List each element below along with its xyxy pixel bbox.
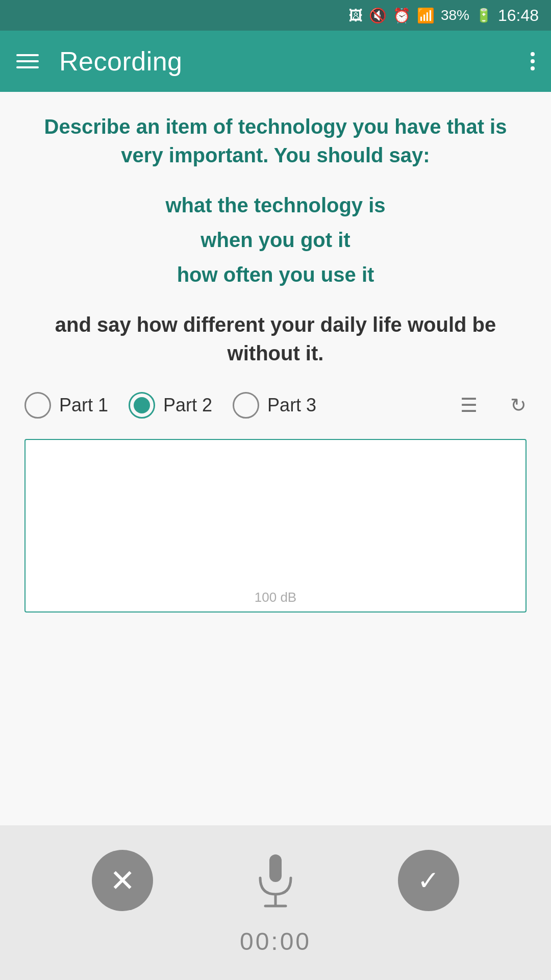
svg-rect-0: [269, 854, 282, 882]
refresh-icon[interactable]: ↻: [510, 394, 527, 416]
more-options-button[interactable]: [531, 52, 535, 70]
prompt-list-item-3: how often you use it: [24, 257, 527, 292]
part-2-radio[interactable]: [129, 392, 155, 419]
prompt-list: what the technology is when you got it h…: [24, 188, 527, 292]
part-3-radio[interactable]: [233, 392, 259, 419]
part-3-option[interactable]: Part 3: [233, 392, 316, 419]
mic-icon: [255, 852, 296, 909]
waveform-display: 100 dB: [24, 439, 527, 612]
prompt-list-item-1: what the technology is: [24, 188, 527, 223]
battery-text: 38%: [441, 7, 469, 23]
prompt-primary-text: Describe an item of technology you have …: [24, 112, 527, 169]
battery-icon: 🔋: [475, 8, 492, 23]
status-icons: 🖼 🔇 ⏰ 📶 38% 🔋 16:48: [348, 6, 539, 25]
gallery-icon: 🖼: [348, 7, 363, 24]
part-1-option[interactable]: Part 1: [24, 392, 108, 419]
menu-button[interactable]: [16, 54, 39, 68]
timer-display: 00:00: [240, 927, 311, 955]
controls-area: ✕ ✓ 00:00: [0, 825, 551, 980]
controls-row: ✕ ✓: [41, 850, 510, 911]
alarm-icon: ⏰: [393, 7, 411, 24]
part-1-radio[interactable]: [24, 392, 51, 419]
status-bar: 🖼 🔇 ⏰ 📶 38% 🔋 16:48: [0, 0, 551, 31]
cancel-icon: ✕: [110, 863, 135, 898]
waveform-db-label: 100 dB: [255, 590, 296, 605]
filter-icon[interactable]: ☰: [460, 394, 478, 416]
app-bar: Recording: [0, 31, 551, 92]
prompt-list-item-2: when you got it: [24, 223, 527, 257]
microphone-button[interactable]: [255, 852, 296, 909]
confirm-button[interactable]: ✓: [398, 850, 459, 911]
mute-icon: 🔇: [369, 7, 387, 24]
signal-icon: 📶: [417, 7, 435, 24]
status-time: 16:48: [498, 6, 539, 25]
app-title: Recording: [59, 46, 531, 77]
part-2-option[interactable]: Part 2: [129, 392, 212, 419]
part-1-label: Part 1: [59, 395, 108, 416]
prompt-secondary-text: and say how different your daily life wo…: [24, 310, 527, 368]
part-3-label: Part 3: [267, 395, 316, 416]
part-2-radio-inner: [134, 397, 150, 413]
main-content: Describe an item of technology you have …: [0, 92, 551, 825]
prompt-container: Describe an item of technology you have …: [24, 112, 527, 368]
cancel-button[interactable]: ✕: [92, 850, 153, 911]
parts-row: Part 1 Part 2 Part 3 ☰ ↻: [24, 392, 527, 419]
part-2-label: Part 2: [163, 395, 212, 416]
check-icon: ✓: [417, 865, 440, 896]
